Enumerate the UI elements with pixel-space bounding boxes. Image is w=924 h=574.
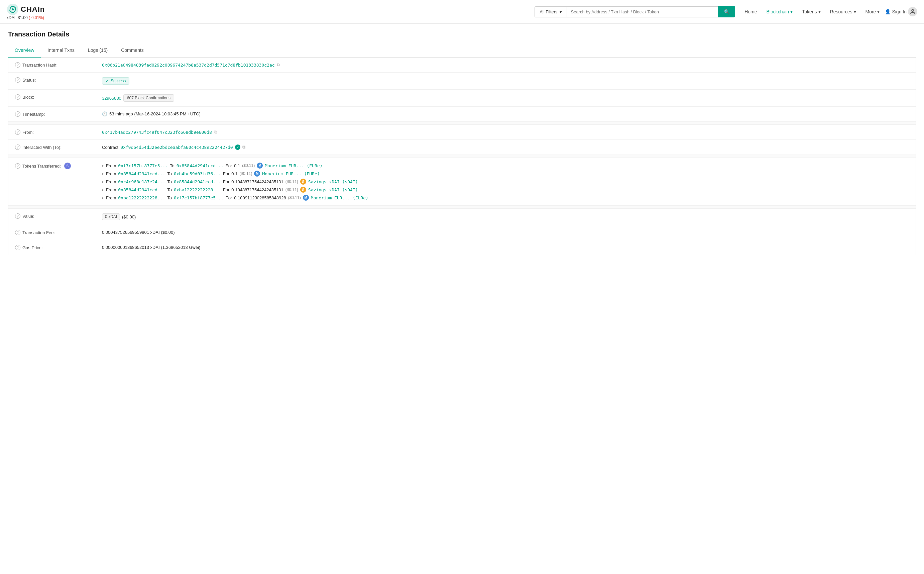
help-icon[interactable]: ? xyxy=(15,163,20,169)
token-from-link[interactable]: 0xba12222222228... xyxy=(118,196,165,200)
nav-more[interactable]: More ▾ xyxy=(861,6,884,17)
help-icon[interactable]: ? xyxy=(15,129,20,135)
from-label-inline: From xyxy=(106,163,116,168)
price-value: xDAI: $1.00 xyxy=(7,16,28,20)
tab-logs[interactable]: Logs (15) xyxy=(81,44,114,58)
help-icon[interactable]: ? xyxy=(15,77,20,83)
timestamp-value: 🕐 53 mins ago (Mar-16-2024 10:03:45 PM +… xyxy=(102,111,909,117)
spacer-row-3 xyxy=(8,206,916,209)
token-name-link[interactable]: Monerium EUR... (EURe) xyxy=(311,196,368,200)
sign-in-label: Sign In xyxy=(892,9,907,14)
logo-brand-text: CHAIn xyxy=(21,5,45,14)
token-name-link[interactable]: Monerium EUR... (EURe) xyxy=(262,171,320,176)
contract-address-link[interactable]: 0xf9d64d54d32ee2bdceaabfa60c4c438e222442… xyxy=(120,145,233,150)
status-row: ? Status: ✓ Success xyxy=(8,73,916,90)
tab-comments[interactable]: Comments xyxy=(114,44,151,58)
block-value: 32965880 607 Block Confirmations xyxy=(102,94,909,102)
token-amount: 0.10488717544242435131 xyxy=(231,187,283,192)
token-from-link[interactable]: 0x85844d2941ccd... xyxy=(118,187,165,192)
price-change: (-0.01%) xyxy=(29,16,44,20)
help-icon[interactable]: ? xyxy=(15,245,20,250)
gas-label: ? Gas Price: xyxy=(15,245,102,250)
token-amount: 0.1 xyxy=(234,163,240,168)
block-number-link[interactable]: 32965880 xyxy=(102,96,121,101)
arrow-icon: ▸ xyxy=(102,196,104,200)
interacted-row: ? Interacted With (To): Contract 0xf9d64… xyxy=(8,140,916,155)
from-label-inline: From xyxy=(106,196,116,200)
from-address-link[interactable]: 0x417b4adc279743fc49f047c323fc668db9e600… xyxy=(102,130,212,135)
token-from-link[interactable]: 0xc4c968e187e24... xyxy=(118,179,165,184)
token-rows-container: ▸ From 0xf7c157bf8777e5... To 0x85844d29… xyxy=(102,162,368,201)
token-to-link[interactable]: 0x85844d2941ccd... xyxy=(174,179,221,184)
gas-row: ? Gas Price: 0.000000001368652013 xDAI (… xyxy=(8,240,916,255)
clock-icon: 🕐 xyxy=(102,111,107,117)
tab-overview[interactable]: Overview xyxy=(8,44,41,58)
token-row: ▸ From 0xf7c157bf8777e5... To 0x85844d29… xyxy=(102,162,368,169)
from-label-inline: From xyxy=(106,171,116,176)
tx-hash-link[interactable]: 0x06b21a04984839fad0292c009674247b8a537d… xyxy=(102,63,275,68)
copy-icon[interactable]: ⧉ xyxy=(214,129,217,135)
logo[interactable]: CHAIn xyxy=(7,3,45,16)
search-button[interactable]: 🔍 xyxy=(718,6,735,17)
nav-tokens[interactable]: Tokens ▾ xyxy=(798,6,824,17)
token-name-link[interactable]: Monerium EUR... (EURe) xyxy=(265,163,322,168)
arrow-icon: ▸ xyxy=(102,164,104,168)
token-from-link[interactable]: 0xf7c157bf8777e5... xyxy=(118,163,168,168)
for-label-inline: For xyxy=(223,179,229,184)
user-icon: 👤 xyxy=(885,9,891,14)
tokens-label: ? Tokens Transferred: 5 xyxy=(15,162,102,169)
tab-internal-txns[interactable]: Internal Txns xyxy=(41,44,81,58)
value-display: 0 xDAI ($0.00) xyxy=(102,213,909,220)
token-amount: 0.1 xyxy=(231,171,237,176)
svg-point-2 xyxy=(911,9,914,11)
sign-in-button[interactable]: 👤 Sign In xyxy=(885,9,907,14)
interacted-value: Contract 0xf9d64d54d32ee2bdceaabfa60c4c4… xyxy=(102,145,909,150)
avatar[interactable] xyxy=(908,7,917,16)
timestamp-row: ? Timestamp: 🕐 53 mins ago (Mar-16-2024 … xyxy=(8,107,916,122)
contract-prefix: Contract xyxy=(102,145,118,150)
spacer-row-2 xyxy=(8,155,916,158)
to-label-inline: To xyxy=(167,187,172,192)
help-icon[interactable]: ? xyxy=(15,230,20,235)
token-logo-savings: S xyxy=(300,179,306,184)
filter-dropdown-button[interactable]: All Filters ▾ xyxy=(534,6,566,17)
token-to-link[interactable]: 0xf7c157bf8777e5... xyxy=(174,196,224,200)
help-icon[interactable]: ? xyxy=(15,111,20,117)
block-label: ? Block: xyxy=(15,94,102,100)
nav-blockchain[interactable]: Blockchain ▾ xyxy=(762,6,797,17)
nav-resources[interactable]: Resources ▾ xyxy=(826,6,860,17)
token-from-link[interactable]: 0x85844d2941ccd... xyxy=(118,171,165,176)
filter-label: All Filters xyxy=(539,9,557,14)
help-icon[interactable]: ? xyxy=(15,94,20,100)
to-label-inline: To xyxy=(167,196,172,200)
chevron-down-icon: ▾ xyxy=(790,9,793,14)
token-row: ▸ From 0x85844d2941ccd... To 0xb4bc59d03… xyxy=(102,170,368,177)
search-input[interactable] xyxy=(567,6,718,17)
help-icon[interactable]: ? xyxy=(15,213,20,219)
timestamp-label: ? Timestamp: xyxy=(15,111,102,117)
tokens-row: ? Tokens Transferred: 5 ▸ From 0xf7c157b… xyxy=(8,158,916,206)
arrow-icon: ▸ xyxy=(102,188,104,192)
chevron-down-icon: ▾ xyxy=(818,9,821,14)
tx-hash-row: ? Transaction Hash: 0x06b21a04984839fad0… xyxy=(8,58,916,73)
token-name-link[interactable]: Savings xDAI (sDAI) xyxy=(308,187,358,192)
token-logo-savings: S xyxy=(300,187,306,193)
copy-icon[interactable]: ⧉ xyxy=(242,145,245,150)
for-label-inline: For xyxy=(223,171,229,176)
token-to-link[interactable]: 0xba12222222228... xyxy=(174,187,221,192)
token-amount: 0.10091123028585848928 xyxy=(234,196,286,200)
help-icon[interactable]: ? xyxy=(15,62,20,68)
token-row: ▸ From 0xba12222222228... To 0xf7c157bf8… xyxy=(102,195,368,201)
spacer-row xyxy=(8,122,916,125)
token-to-link[interactable]: 0xb4bc59d03fd36... xyxy=(174,171,221,176)
token-to-link[interactable]: 0x85844d2941ccd... xyxy=(176,163,224,168)
help-icon[interactable]: ? xyxy=(15,145,20,150)
token-name-link[interactable]: Savings xDAI (sDAI) xyxy=(308,179,358,184)
xdai-badge: 0 xDAI xyxy=(102,213,120,220)
nav-home[interactable]: Home xyxy=(740,6,761,17)
token-logo-monerium: M xyxy=(303,195,309,201)
check-icon: ✓ xyxy=(106,79,109,83)
copy-icon[interactable]: ⧉ xyxy=(277,62,280,68)
details-content: ? Transaction Hash: 0x06b21a04984839fad0… xyxy=(8,58,916,255)
main-nav: Home Blockchain ▾ Tokens ▾ Resources ▾ M… xyxy=(740,6,917,17)
